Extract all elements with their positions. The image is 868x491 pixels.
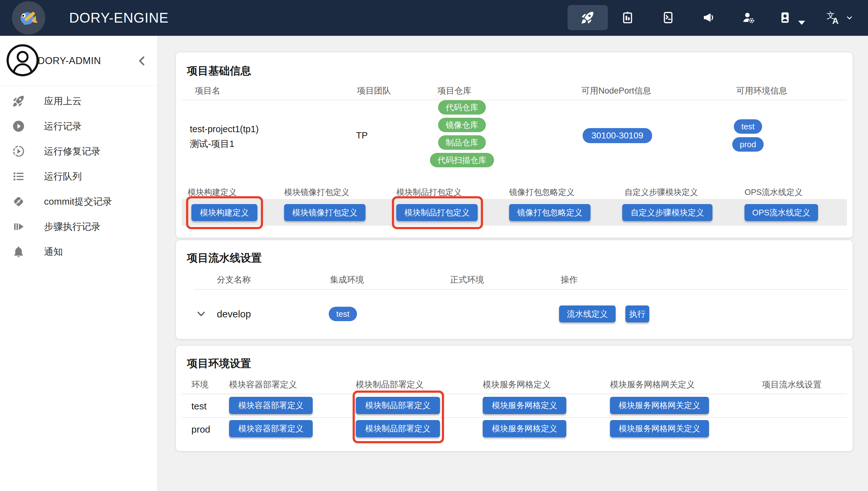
module-artifact-pack-def-button[interactable]: 模块制品打包定义 [396, 204, 478, 221]
env-row-label: prod [191, 424, 210, 435]
translate-icon: 文 A [826, 10, 840, 25]
col-header-mesh-gateway: 模块服务网格网关定义 [610, 379, 695, 390]
sidebar-item-label: 运行记录 [44, 120, 82, 133]
terminal-icon [661, 10, 675, 25]
replay-circle-icon [12, 145, 25, 158]
image-pack-ignore-def-button[interactable]: 镜像打包忽略定义 [509, 204, 591, 221]
col-header-pipeline-settings: 项目流水线设置 [762, 379, 821, 390]
branch-name: develop [217, 309, 251, 320]
account-card-icon [778, 10, 792, 25]
col-header-env: 环境 [191, 379, 208, 390]
tasks-nav-button[interactable] [607, 5, 648, 30]
col-header-container-deploy: 模块容器部署定义 [229, 379, 297, 390]
project-alias: 测试-项目1 [190, 138, 235, 150]
module-build-def-button[interactable]: 模块构建定义 [191, 204, 257, 221]
execute-button[interactable]: 执行 [625, 306, 649, 322]
environment-card: 项目环境设置 环境 模块容器部署定义 模块制品部署定义 模块服务网格定义 模块服… [176, 346, 852, 451]
col-header-nodeport: 可用NodePort信息 [581, 85, 651, 96]
sidebar: DORY-ADMIN 应用上云 运行记录 运行修复记录 运行队列 [0, 36, 158, 491]
megaphone-icon [701, 10, 716, 25]
sidebar-user-header: DORY-ADMIN [0, 36, 158, 86]
sidebar-item-commit-records[interactable]: commit提交记录 [0, 189, 158, 214]
step-play-icon [12, 220, 25, 233]
repo-tag: 镜像仓库 [438, 118, 486, 132]
sidebar-item-run-records[interactable]: 运行记录 [0, 114, 158, 139]
repo-tag: 代码仓库 [438, 100, 486, 115]
env-tag: prod [732, 137, 764, 152]
git-commit-icon [12, 195, 25, 208]
terminal-nav-button[interactable] [648, 5, 688, 30]
def-header-image-pack: 模块镜像打包定义 [284, 187, 350, 198]
sidebar-item-app-cloud[interactable]: 应用上云 [0, 89, 158, 114]
rocket-icon [580, 10, 595, 25]
announcement-nav-button[interactable] [688, 5, 729, 30]
col-header-artifact-deploy: 模块制品部署定义 [356, 379, 424, 390]
environment-title: 项目环境设置 [187, 356, 251, 371]
container-deploy-def-button-prod[interactable]: 模块容器部署定义 [229, 420, 313, 437]
pipeline-def-button[interactable]: 流水线定义 [559, 306, 616, 322]
env-row-label: test [191, 401, 207, 411]
mesh-gateway-def-button-prod[interactable]: 模块服务网格网关定义 [610, 420, 709, 437]
user-settings-nav-button[interactable] [729, 5, 769, 30]
module-image-pack-def-button[interactable]: 模块镜像打包定义 [284, 204, 365, 221]
divider [182, 99, 847, 100]
sidebar-collapse-button[interactable] [135, 53, 150, 68]
sidebar-item-label: 步骤执行记录 [44, 221, 101, 233]
sidebar-item-label: 运行队列 [44, 170, 82, 183]
sidebar-item-run-fix-records[interactable]: 运行修复记录 [0, 139, 158, 164]
divider [182, 394, 847, 394]
custom-step-module-def-button[interactable]: 自定义步骤模块定义 [622, 204, 712, 221]
artifact-deploy-def-button-prod[interactable]: 模块制品部署定义 [356, 420, 440, 437]
env-tag: test [734, 119, 762, 134]
sidebar-item-notifications[interactable]: 通知 [0, 239, 158, 264]
col-header-branch: 分支名称 [217, 274, 251, 285]
pipeline-title: 项目流水线设置 [187, 251, 262, 265]
repo-tags: 代码仓库 镜像仓库 制品仓库 代码扫描仓库 [418, 100, 506, 167]
ops-pipeline-def-button[interactable]: OPS流水线定义 [744, 204, 818, 221]
artifact-deploy-def-button-test[interactable]: 模块制品部署定义 [356, 397, 440, 414]
account-menu-button[interactable] [765, 5, 813, 30]
basic-info-card: 项目基础信息 项目名 项目团队 项目仓库 可用NodePort信息 可用环境信息… [176, 52, 852, 238]
service-mesh-def-button-test[interactable]: 模块服务网格定义 [483, 397, 566, 414]
user-gear-icon [741, 10, 756, 25]
repo-tag: 代码扫描仓库 [430, 153, 494, 167]
expand-row-chevron[interactable] [195, 308, 207, 320]
container-deploy-def-button-test[interactable]: 模块容器部署定义 [229, 397, 313, 414]
repo-tag: 制品仓库 [438, 135, 486, 150]
sidebar-item-step-records[interactable]: 步骤执行记录 [0, 214, 158, 239]
def-header-image-ignore: 镜像打包忽略定义 [509, 187, 574, 198]
col-header-prod-env: 正式环境 [450, 274, 484, 285]
app-logo[interactable] [12, 1, 45, 34]
language-menu-button[interactable]: 文 A [815, 5, 859, 30]
col-header-envs: 可用环境信息 [736, 85, 787, 96]
pipeline-card: 项目流水线设置 分支名称 集成环境 正式环境 操作 develop test 流… [176, 240, 852, 339]
row-divider [182, 417, 847, 418]
sidebar-item-label: 应用上云 [44, 95, 82, 108]
sidebar-menu: 应用上云 运行记录 运行修复记录 运行队列 commi [0, 89, 158, 264]
service-mesh-def-button-prod[interactable]: 模块服务网格定义 [483, 420, 566, 437]
caret-down-icon [798, 21, 805, 25]
app-title: DORY-ENGINE [69, 0, 169, 36]
rocket-nav-button[interactable] [568, 5, 608, 30]
divider [194, 289, 847, 290]
def-header-ops-pipeline: OPS流水线定义 [744, 187, 803, 198]
col-header-project-name: 项目名 [195, 85, 220, 96]
play-circle-icon [12, 120, 25, 133]
project-team: TP [356, 130, 368, 141]
sidebar-item-run-queue[interactable]: 运行队列 [0, 164, 158, 189]
svg-text:A: A [832, 16, 838, 25]
col-header-service-mesh: 模块服务网格定义 [483, 379, 550, 390]
def-header-build: 模块构建定义 [188, 187, 237, 198]
sidebar-user-name: DORY-ADMIN [38, 36, 101, 86]
sidebar-item-label: 运行修复记录 [44, 145, 101, 158]
sidebar-item-label: commit提交记录 [44, 195, 112, 208]
col-header-team: 项目团队 [357, 85, 391, 96]
rocket-icon [12, 94, 25, 108]
nodeport-badge: 30100-30109 [582, 128, 652, 143]
mesh-gateway-def-button-test[interactable]: 模块服务网格网关定义 [610, 397, 709, 414]
col-header-repos: 项目仓库 [437, 85, 471, 96]
def-header-custom-step: 自定义步骤模块定义 [624, 187, 698, 198]
clipboard-chart-icon [620, 10, 635, 25]
col-header-actions: 操作 [561, 274, 578, 285]
avatar [6, 43, 39, 77]
